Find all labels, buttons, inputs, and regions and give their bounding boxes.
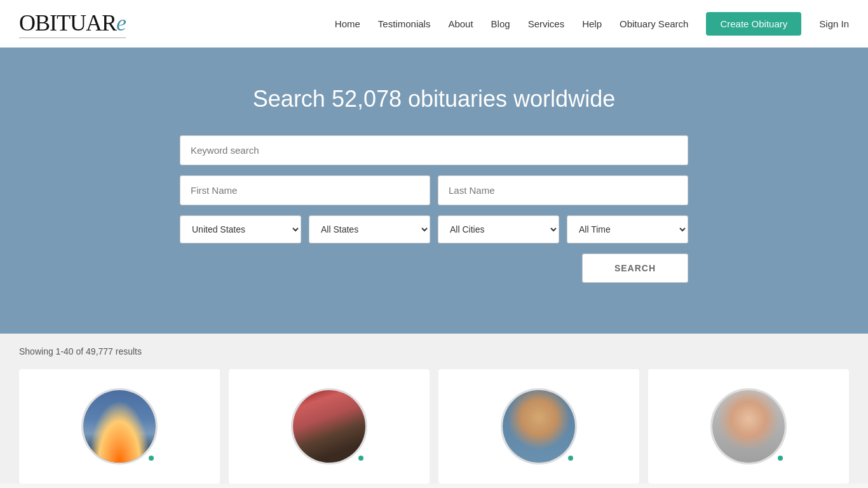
nav-help[interactable]: Help [582, 18, 602, 29]
hero-section: Search 52,078 obituaries worldwide Unite… [0, 48, 868, 334]
keyword-row [180, 135, 688, 165]
avatar-wrapper-3 [501, 388, 577, 464]
hero-title: Search 52,078 obituaries worldwide [253, 86, 615, 112]
avatar-image-2 [293, 390, 365, 463]
obituary-card-4[interactable] [648, 369, 849, 484]
nav-about[interactable]: About [448, 18, 473, 29]
avatar-image-1 [83, 390, 156, 463]
site-header: OBITUARe Home Testimonials About Blog Se… [0, 0, 868, 48]
obituary-card-2[interactable] [229, 369, 430, 484]
avatar-image-4 [712, 390, 785, 463]
nav-home[interactable]: Home [335, 18, 360, 29]
online-indicator-3 [567, 454, 574, 462]
keyword-search-input[interactable] [180, 135, 688, 165]
filter-row: United States Canada United Kingdom Aust… [180, 215, 688, 243]
avatar-wrapper-4 [710, 388, 787, 464]
results-section: Showing 1-40 of 49,777 results [0, 334, 868, 484]
results-count: Showing 1-40 of 49,777 results [19, 346, 849, 356]
avatar-image-3 [503, 390, 575, 463]
online-indicator-1 [147, 454, 155, 462]
online-indicator-2 [357, 454, 365, 462]
avatar-wrapper-1 [81, 388, 158, 464]
nav-services[interactable]: Services [528, 18, 565, 29]
online-indicator-4 [776, 454, 784, 462]
obituary-card-1[interactable] [19, 369, 220, 484]
nav-obituary-search[interactable]: Obituary Search [620, 18, 688, 29]
avatar-3 [501, 388, 577, 464]
avatar-1 [81, 388, 158, 464]
obituary-card-3[interactable] [438, 369, 639, 484]
main-nav: Home Testimonials About Blog Services He… [335, 12, 849, 36]
search-container: United States Canada United Kingdom Aust… [180, 135, 688, 283]
country-select[interactable]: United States Canada United Kingdom Aust… [180, 215, 301, 243]
last-name-input[interactable] [438, 175, 688, 205]
sign-in-link[interactable]: Sign In [819, 18, 849, 29]
name-row [180, 175, 688, 205]
nav-blog[interactable]: Blog [491, 18, 510, 29]
state-select[interactable]: All States Alabama Alaska Arizona Califo… [309, 215, 430, 243]
first-name-input[interactable] [180, 175, 430, 205]
avatar-4 [710, 388, 787, 464]
create-obituary-button[interactable]: Create Obituary [706, 12, 801, 36]
city-select[interactable]: All Cities [438, 215, 559, 243]
nav-testimonials[interactable]: Testimonials [378, 18, 431, 29]
cards-row [19, 369, 849, 484]
search-button[interactable]: SEARCH [582, 254, 688, 283]
time-select[interactable]: All Time Last Week Last Month Last Year [567, 215, 688, 243]
site-logo[interactable]: OBITUARe [19, 10, 126, 38]
avatar-wrapper-2 [291, 388, 367, 464]
avatar-2 [291, 388, 367, 464]
search-button-row: SEARCH [180, 254, 688, 283]
